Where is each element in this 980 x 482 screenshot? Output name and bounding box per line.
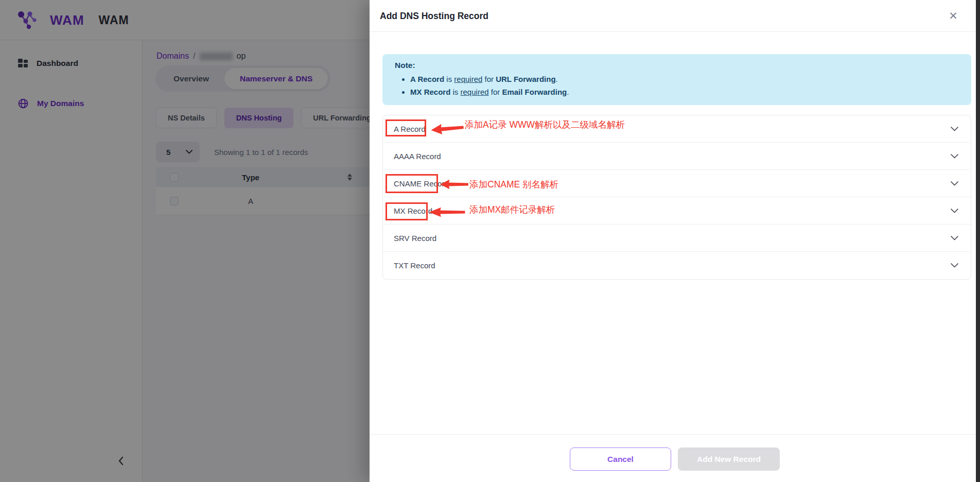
accordion-label: MX Record [383,206,432,215]
accordion-label: TXT Record [383,261,435,270]
add-dns-record-modal: Add DNS Hosting Record ✕ Note: A Record … [370,0,980,482]
chevron-down-icon [951,263,958,268]
screen: WAM WAM Dashboard My Domains [0,0,980,482]
note-item: A Record is required for URL Forwarding. [410,73,959,85]
accordion-item-srv-record[interactable]: SRV Record [383,225,971,252]
modal-footer: Cancel Add New Record [370,434,980,482]
record-type-accordion: A Record 添加A记录 WWW解析以及二级域名解析 AAAA Record… [382,115,971,280]
chevron-down-icon [951,127,958,131]
note-list: A Record is required for URL Forwarding.… [395,73,959,98]
add-new-record-button[interactable]: Add New Record [678,447,780,471]
annotation-text: 添加CNAME 别名解析 [469,178,558,191]
annotation-text: 添加A记录 WWW解析以及二级域名解析 [465,118,625,131]
modal-title: Add DNS Hosting Record [380,0,488,32]
accordion-item-aaaa-record[interactable]: AAAA Record [383,143,971,170]
chevron-down-icon [951,236,958,240]
accordion-label: CNAME Record [383,179,449,188]
accordion-item-txt-record[interactable]: TXT Record [383,252,971,279]
note-item: MX Record is required for Email Forwardi… [410,85,959,98]
accordion-label: SRV Record [383,234,436,243]
page-scrollbar[interactable] [976,0,980,482]
chevron-down-icon [951,209,958,213]
modal-header: Add DNS Hosting Record ✕ [370,0,980,32]
annotation-arrow-icon [428,206,466,218]
accordion-item-mx-record[interactable]: MX Record 添加MX邮件记录解析 [383,197,971,225]
accordion-item-a-record[interactable]: A Record 添加A记录 WWW解析以及二级域名解析 [383,115,971,143]
note-callout: Note: A Record is required for URL Forwa… [382,54,971,105]
accordion-item-cname-record[interactable]: CNAME Record 添加CNAME 别名解析 [383,170,971,197]
accordion-label: A Record [383,125,426,133]
annotation-arrow-icon [430,121,465,136]
cancel-button[interactable]: Cancel [570,447,671,471]
close-icon[interactable]: ✕ [946,9,960,23]
chevron-down-icon [951,154,958,159]
note-heading: Note: [395,61,959,70]
annotation-text: 添加MX邮件记录解析 [469,203,555,216]
accordion-label: AAAA Record [383,152,441,161]
chevron-down-icon [951,181,958,186]
